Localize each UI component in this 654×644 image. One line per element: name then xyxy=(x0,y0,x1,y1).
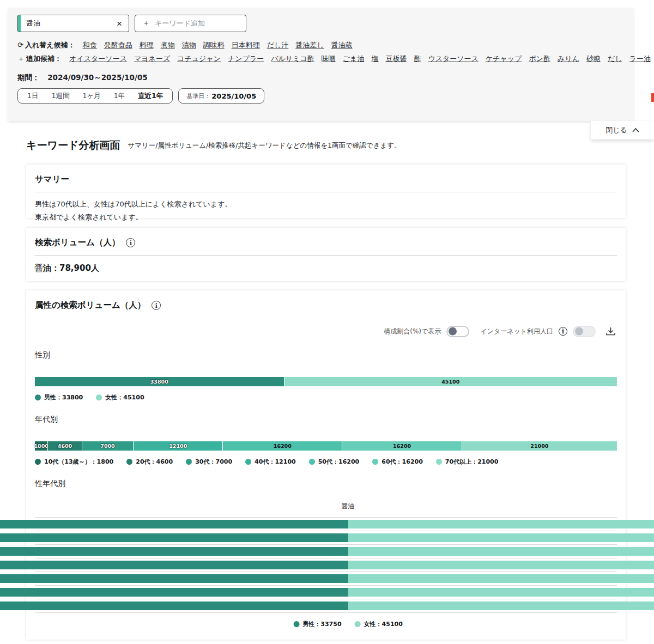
male-bar xyxy=(0,602,348,610)
legend-dot xyxy=(309,459,315,465)
info-icon[interactable]: i xyxy=(152,301,161,310)
gender-age-row: 60代70009200 xyxy=(35,586,617,599)
legend-label: 女性：45100 xyxy=(364,620,403,628)
internet-toggle[interactable] xyxy=(573,326,596,337)
female-bar xyxy=(348,520,654,528)
swap-candidate-link[interactable]: 日本料理 xyxy=(232,41,260,49)
divider xyxy=(35,192,617,192)
summary-title: サマリー xyxy=(35,174,617,185)
base-date-picker[interactable]: 基準日： 2025/10/05 xyxy=(178,88,264,104)
add-candidate-link[interactable]: ウスターソース xyxy=(428,54,479,63)
legend-label: 60代：16200 xyxy=(382,458,423,466)
age-chart-title: 年代別 xyxy=(35,415,617,424)
page-header: キーワード分析画面 サマリー/属性ボリューム/検索推移/共起キーワードなどの情報… xyxy=(26,138,631,153)
summary-card: サマリー 男性は70代以上、女性は70代以上によく検索されています。東京都でよく… xyxy=(26,165,626,218)
range-button-1年[interactable]: 1年 xyxy=(107,92,131,101)
legend-label: 30代：7000 xyxy=(195,458,232,466)
legend-item: 女性：45100 xyxy=(355,620,403,628)
add-keyword-placeholder: キーワード追加 xyxy=(155,19,205,28)
female-bar xyxy=(348,574,654,583)
add-candidate-link[interactable]: ケチャップ xyxy=(486,54,522,63)
search-volume-value: 醤油：78,900人 xyxy=(35,263,617,274)
add-candidate-link[interactable]: マヨネーズ xyxy=(134,54,170,63)
attribute-title: 属性の検索ボリューム（人） i xyxy=(35,300,617,311)
page-title: キーワード分析画面 xyxy=(26,138,120,153)
legend-label: 40代：12100 xyxy=(255,458,296,466)
add-candidate-link[interactable]: ナンプラー xyxy=(228,54,264,63)
add-candidate-link[interactable]: ごま油 xyxy=(343,54,365,63)
add-keyword-button[interactable]: ＋ キーワード追加 xyxy=(135,15,246,32)
close-panel-button[interactable]: 閉じる xyxy=(591,121,654,139)
add-candidate-link[interactable]: 塩 xyxy=(371,54,378,63)
female-bar xyxy=(348,561,654,569)
bar-segment-10代（13歳～）: 1800 xyxy=(35,441,48,451)
male-bar xyxy=(0,561,348,569)
legend-dot xyxy=(186,459,192,465)
swap-candidate-link[interactable]: 調味料 xyxy=(203,41,225,49)
add-candidates-row: ＋追加候補： オイスターソースマヨネーズコチュジャンナンプラーバルサミコ酢味噌ご… xyxy=(17,54,626,64)
search-volume-title: 検索ボリューム（人） i xyxy=(35,237,617,248)
swap-candidate-link[interactable]: 煮物 xyxy=(161,41,175,49)
swap-candidate-link[interactable]: 和食 xyxy=(83,41,97,49)
add-candidate-link[interactable]: 砂糖 xyxy=(586,54,601,63)
add-candidate-link[interactable]: 酢 xyxy=(414,54,421,63)
add-candidate-link[interactable]: ラー油 xyxy=(629,54,651,63)
range-button-1日[interactable]: 1日 xyxy=(21,92,45,101)
bar-segment-50代: 16200 xyxy=(223,441,342,451)
add-candidate-link[interactable]: コチュジャン xyxy=(177,54,221,63)
add-candidate-link[interactable]: 味噌 xyxy=(322,54,336,63)
legend-dot xyxy=(293,621,299,627)
legend-dot xyxy=(245,459,251,465)
legend-item: 70代以上：21000 xyxy=(436,458,499,466)
legend-dot xyxy=(126,459,132,465)
female-bar xyxy=(348,547,654,556)
add-candidate-link[interactable]: オイスターソース xyxy=(69,54,127,63)
legend-item: 10代（13歳～）：1800 xyxy=(35,458,113,466)
info-icon[interactable]: i xyxy=(126,238,135,247)
summary-line: 東京都でよく検索されています。 xyxy=(35,212,617,223)
bar-segment-女性: 45100 xyxy=(284,377,617,386)
legend-item: 女性：45100 xyxy=(96,393,144,402)
clear-keyword-button[interactable]: × xyxy=(113,18,125,29)
swap-candidate-link[interactable]: 料理 xyxy=(140,41,154,49)
ratio-toggle[interactable] xyxy=(446,326,469,337)
summary-line: 男性は70代以上、女性は70代以上によく検索されています。 xyxy=(35,199,617,210)
range-button-1週間[interactable]: 1週間 xyxy=(45,92,76,101)
range-button-group: 1日1週間1ヶ月1年直近1年 xyxy=(17,88,173,104)
swap-candidate-link[interactable]: 漬物 xyxy=(182,41,196,49)
add-candidate-link[interactable]: だし xyxy=(608,54,622,63)
keyword-input[interactable]: 醤油 × xyxy=(17,15,129,32)
bar-segment-男性: 33800 xyxy=(35,377,284,386)
range-button-直近1年[interactable]: 直近1年 xyxy=(131,92,169,101)
female-bar xyxy=(348,533,654,542)
bar-segment-40代: 12100 xyxy=(134,441,223,451)
swap-candidate-link[interactable]: 醤油蔵 xyxy=(331,41,353,49)
gender-age-row: 50代66009600 xyxy=(35,572,617,586)
gender-chart-title: 性別 xyxy=(35,350,617,360)
add-candidate-link[interactable]: ポン酢 xyxy=(529,54,550,63)
legend-item: 男性：33750 xyxy=(293,620,341,628)
download-icon xyxy=(605,326,616,336)
info-icon[interactable]: i xyxy=(559,327,567,336)
keyword-accent-bar xyxy=(18,15,21,32)
summary-text: 男性は70代以上、女性は70代以上によく検索されています。東京都でよく検索されて… xyxy=(35,199,617,223)
legend-label: 20代：4600 xyxy=(136,458,173,466)
swap-candidate-link[interactable]: 発酵食品 xyxy=(104,41,132,49)
age-legend: 10代（13歳～）：180020代：460030代：700040代：121005… xyxy=(35,458,617,466)
bar-segment-70代以上: 21000 xyxy=(462,441,617,451)
download-button[interactable] xyxy=(604,325,617,337)
male-bar xyxy=(0,520,348,528)
gender-age-row: 70代以上990011100 xyxy=(35,599,617,613)
legend-dot xyxy=(35,394,41,400)
add-candidate-link[interactable]: 豆板醤 xyxy=(385,54,407,63)
add-candidate-link[interactable]: みりん xyxy=(558,54,579,63)
swap-candidate-link[interactable]: 醤油差し xyxy=(295,41,324,49)
range-button-1ヶ月[interactable]: 1ヶ月 xyxy=(76,92,107,101)
plus-icon: ＋ xyxy=(17,54,25,63)
swap-candidate-link[interactable]: だし汁 xyxy=(267,41,289,49)
gender-age-row: 30代28004200 xyxy=(35,545,617,558)
legend-item: 男性：33800 xyxy=(35,393,83,402)
add-candidate-link[interactable]: バルサミコ酢 xyxy=(271,54,314,63)
legend-item: 20代：4600 xyxy=(126,458,173,466)
search-volume-card: 検索ボリューム（人） i 醤油：78,900人 xyxy=(26,228,626,281)
